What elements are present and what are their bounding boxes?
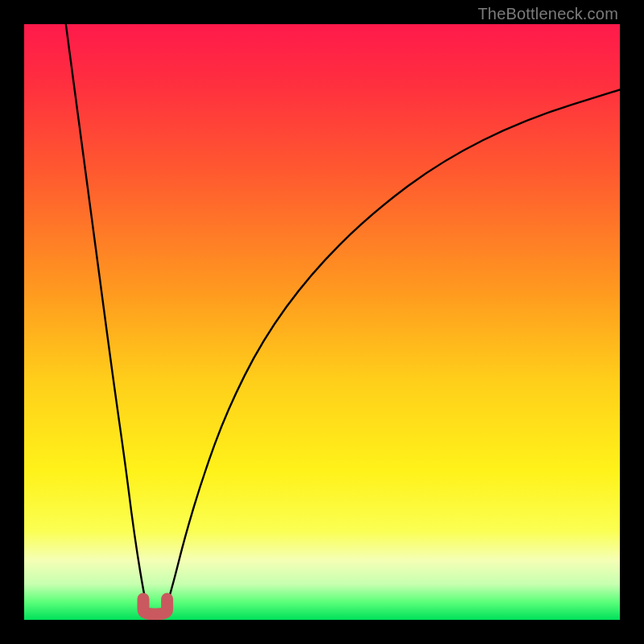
- right-branch-curve: [164, 89, 620, 613]
- left-branch-curve: [66, 24, 148, 614]
- plot-area: [24, 24, 620, 620]
- chart-frame: TheBottleneck.com: [0, 0, 644, 644]
- curve-layer: [24, 24, 620, 620]
- u-marker: [143, 599, 167, 614]
- watermark-text: TheBottleneck.com: [477, 5, 618, 23]
